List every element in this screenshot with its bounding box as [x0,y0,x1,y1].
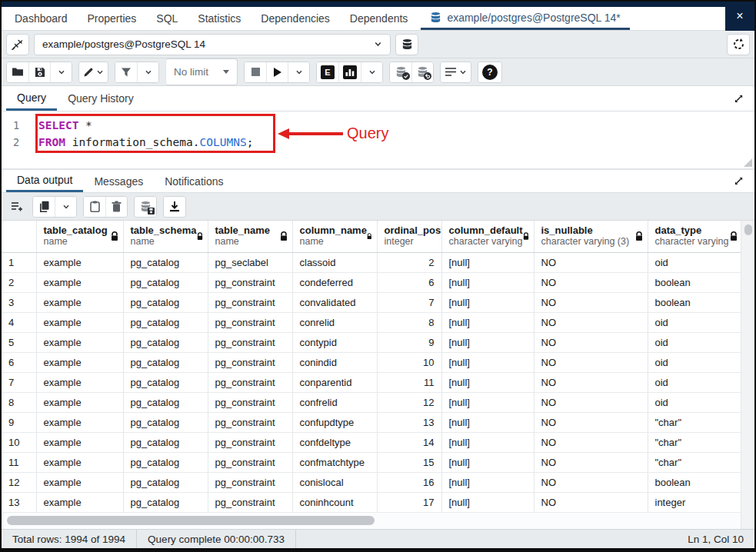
grid-cell[interactable]: pg_constraint [208,412,292,432]
grid-cell[interactable]: classoid [292,252,377,272]
grid-cell[interactable]: "char" [648,412,742,432]
grid-cell[interactable]: contypid [292,332,377,352]
grid-cell[interactable]: pg_constraint [208,372,292,392]
download-button[interactable] [164,197,185,217]
grid-cell[interactable]: NO [534,412,648,432]
grid-cell[interactable]: pg_catalog [123,492,208,512]
grid-cell[interactable]: example [36,352,123,372]
execute-menu-button[interactable] [288,62,309,82]
save-data-button[interactable] [135,197,156,217]
column-header-table-schema[interactable]: table_schemaname [123,221,208,252]
row-number[interactable]: 10 [2,432,36,452]
nav-item-statistics[interactable]: Statistics [188,7,251,30]
save-menu-button[interactable] [50,62,72,82]
row-number[interactable]: 7 [2,372,36,392]
grid-cell[interactable]: confrelid [292,392,377,412]
tab-query-history[interactable]: Query History [57,86,145,111]
grid-cell[interactable]: "char" [648,432,742,452]
grid-cell[interactable]: [null] [441,312,534,332]
vertical-scroll-thumb[interactable] [744,224,752,235]
tab-data-output[interactable]: Data output [6,170,83,192]
grid-cell[interactable]: pg_catalog [123,472,208,492]
editor-expand-button[interactable] [734,86,750,111]
grid-cell[interactable]: coninhcount [292,492,377,512]
grid-cell[interactable]: 8 [377,312,441,332]
grid-cell[interactable]: oid [648,352,742,372]
column-header-column-default[interactable]: column_defaultcharacter varying [441,221,534,252]
grid-cell[interactable]: oid [648,332,742,352]
grid-cell[interactable]: pg_constraint [208,432,292,452]
grid-cell[interactable]: NO [534,312,648,332]
row-number[interactable]: 3 [2,292,36,312]
open-file-button[interactable] [7,62,28,82]
grid-cell[interactable]: example [36,492,123,512]
row-number[interactable]: 1 [2,252,36,272]
row-limit-select[interactable]: No limit [165,58,238,85]
grid-cell[interactable]: pg_catalog [123,252,208,272]
grid-cell[interactable]: 9 [377,332,441,352]
refresh-button[interactable] [727,34,750,55]
grid-cell[interactable]: confdeltype [292,432,377,452]
grid-cell[interactable]: NO [534,272,648,292]
grid-cell[interactable]: pg_catalog [123,312,208,332]
copy-button[interactable] [33,197,55,217]
nav-item-dependencies[interactable]: Dependencies [251,7,340,30]
nav-item-dashboard[interactable]: Dashboard [5,7,78,30]
connection-status-button[interactable] [6,34,29,55]
grid-cell[interactable]: 10 [377,352,441,372]
editor-resize-grip[interactable] [744,158,752,167]
grid-cell[interactable]: [null] [441,252,534,272]
grid-cell[interactable]: "char" [648,452,742,472]
delete-row-button[interactable] [105,197,127,217]
grid-cell[interactable]: pg_constraint [208,472,292,492]
grid-cell[interactable]: NO [534,332,648,352]
grid-cell[interactable]: pg_constraint [208,312,292,332]
grid-cell[interactable]: example [36,412,123,432]
horizontal-scroll-thumb[interactable] [7,516,375,525]
grid-cell[interactable]: pg_constraint [208,492,292,512]
grid-cell[interactable]: NO [534,452,648,472]
grid-cell[interactable]: 11 [377,372,441,392]
grid-cell[interactable]: pg_catalog [123,452,208,472]
grid-cell[interactable]: 7 [377,292,441,312]
row-number[interactable]: 13 [2,492,36,512]
explain-analyze-button[interactable] [338,62,361,82]
grid-cell[interactable]: pg_catalog [123,372,208,392]
grid-cell[interactable]: example [36,332,123,352]
grid-cell[interactable]: example [36,452,123,472]
column-header-ordinal-positi[interactable]: ordinal_positiinteger [377,221,441,252]
cancel-query-button[interactable] [245,62,266,82]
tab-notifications[interactable]: Notifications [154,170,234,192]
grid-cell[interactable]: oid [648,312,742,332]
connection-select[interactable]: example/postgres@PostgreSQL 14 [34,34,391,55]
grid-cell[interactable]: pg_constraint [208,272,292,292]
grid-cell[interactable]: boolean [648,292,742,312]
column-header-table-catalog[interactable]: table_catalogname [36,221,123,252]
rollback-button[interactable] [411,62,433,82]
grid-cell[interactable]: oid [648,252,742,272]
grid-cell[interactable]: 16 [377,472,441,492]
grid-cell[interactable]: oid [648,392,742,412]
grid-cell[interactable]: pg_catalog [123,412,208,432]
execute-button[interactable] [266,62,288,82]
help-button[interactable]: ? [478,62,501,82]
grid-cell[interactable]: 14 [377,432,441,452]
output-expand-button[interactable] [734,170,750,192]
grid-cell[interactable]: NO [534,492,648,512]
grid-cell[interactable]: [null] [441,272,534,292]
grid-cell[interactable]: boolean [648,472,742,492]
grid-cell[interactable]: [null] [441,372,534,392]
grid-cell[interactable]: pg_constraint [208,352,292,372]
grid-cell[interactable]: 15 [377,452,441,472]
grid-cell[interactable]: pg_constraint [208,332,292,352]
grid-cell[interactable]: [null] [441,392,534,412]
macros-menu-button[interactable] [441,62,471,82]
explain-button[interactable]: E [317,62,338,82]
grid-cell[interactable]: [null] [441,492,534,512]
commit-button[interactable] [390,62,411,82]
grid-cell[interactable]: 17 [377,492,441,512]
grid-cell[interactable]: example [36,292,123,312]
edit-menu-button[interactable] [79,62,108,82]
grid-cell[interactable]: conrelid [292,312,377,332]
grid-cell[interactable]: confupdtype [292,412,377,432]
